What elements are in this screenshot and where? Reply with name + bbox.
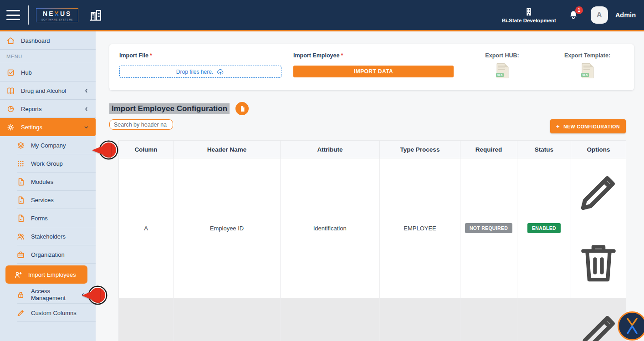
brand-x-letter: X [55, 10, 60, 17]
nexus-floating-button[interactable] [618, 311, 644, 341]
edit-button[interactable] [571, 158, 626, 227]
user-name: Admin [615, 11, 636, 19]
sidebar-item-label: Access Management [31, 288, 80, 301]
pie-chart-icon [6, 105, 15, 113]
sidebar-section-menu: MENU [0, 50, 96, 63]
sidebar-item-label: Work Group [31, 160, 63, 167]
check-square-icon [6, 68, 15, 77]
sidebar-item-forms[interactable]: Forms [0, 209, 96, 227]
pencil-icon [16, 309, 25, 317]
company-name: Bi-State Development [502, 18, 556, 23]
cell-header-name: First Name [174, 298, 281, 341]
column-header: Attribute [281, 141, 380, 158]
required-asterisk: * [150, 52, 152, 59]
delete-button[interactable] [571, 228, 626, 296]
page-icon [238, 105, 246, 113]
status-badge: ENABLED [527, 223, 561, 233]
sidebar-item-label: Stakeholders [31, 233, 66, 240]
nexus-x-icon [625, 317, 639, 335]
notification-count-badge: 1 [575, 6, 583, 14]
main-content: Import File* Drop files here. Import Emp… [96, 31, 644, 341]
sidebar: Dashboard MENU Hub Drug and Alcohol Repo… [0, 31, 96, 341]
sidebar-item-drug-and-alcohol[interactable]: Drug and Alcohol [0, 81, 96, 100]
table-row: A Employee ID identification EMPLOYEE NO… [119, 158, 626, 298]
required-badge: NOT REQUIRED [465, 223, 512, 233]
sidebar-item-label: Organization [31, 251, 65, 258]
user-plus-icon [14, 270, 22, 279]
export-hub-label: Export HUB: [485, 52, 519, 59]
cell-column: A [119, 158, 174, 298]
import-file-label: Import File [119, 52, 148, 59]
column-header: Type Process [380, 141, 460, 158]
svg-text:XLS: XLS [583, 74, 588, 76]
people-icon [16, 232, 25, 241]
sidebar-item-label: Dashboard [21, 37, 50, 44]
column-header: Column [119, 141, 174, 158]
cloud-upload-icon [216, 68, 225, 76]
sidebar-item-access-management[interactable]: Access Management [0, 285, 96, 304]
export-template-xls-icon[interactable]: XLS [580, 63, 594, 80]
chevron-left-icon [80, 292, 86, 298]
gear-icon [6, 123, 15, 132]
sidebar-item-label: Custom Columns [31, 310, 77, 316]
sidebar-item-import-employees[interactable]: Import Employees [5, 265, 87, 284]
lock-icon [16, 290, 25, 299]
plus-icon: + [556, 123, 560, 130]
sidebar-item-reports[interactable]: Reports [0, 100, 96, 118]
file-icon [16, 196, 25, 204]
layers-icon [16, 141, 25, 150]
file-dropzone[interactable]: Drop files here. [119, 66, 281, 78]
sidebar-item-label: Drug and Alcohol [21, 87, 66, 94]
table-row: B First Name name EMPLOYEE NOT REQUIRED … [119, 298, 626, 341]
sidebar-item-hub[interactable]: Hub [0, 63, 96, 81]
sidebar-item-label: Import Employees [28, 271, 76, 278]
cell-attribute: name [281, 298, 380, 341]
sidebar-item-my-company[interactable]: My Company [0, 136, 96, 154]
new-configuration-label: NEW CONFIGURATION [563, 124, 620, 129]
chevron-left-icon [83, 88, 89, 94]
brand-text: US [60, 10, 72, 17]
file-icon [16, 214, 25, 223]
copy-configuration-button[interactable] [235, 102, 249, 115]
configuration-table: Column Header Name Attribute Type Proces… [118, 140, 626, 341]
column-header: Status [517, 141, 571, 158]
hamburger-menu-icon[interactable] [6, 10, 20, 20]
sidebar-item-dashboard[interactable]: Dashboard [0, 31, 96, 50]
sidebar-item-work-group[interactable]: Work Group [0, 154, 96, 173]
sidebar-item-custom-columns[interactable]: Custom Columns [0, 304, 96, 322]
notifications-bell-icon[interactable]: 1 [568, 10, 579, 20]
sidebar-item-stakeholders[interactable]: Stakeholders [0, 227, 96, 245]
cell-type-process: EMPLOYEE [380, 298, 460, 341]
column-header: Required [460, 141, 517, 158]
export-hub-xls-icon[interactable]: XLS [495, 63, 509, 80]
cell-header-name: Employee ID [174, 158, 281, 298]
brand-text: NE [43, 10, 54, 17]
new-configuration-button[interactable]: + NEW CONFIGURATION [550, 119, 626, 133]
edit-button[interactable] [571, 298, 626, 341]
table-header-row: Column Header Name Attribute Type Proces… [119, 141, 626, 158]
column-header: Header Name [174, 141, 281, 158]
sidebar-item-label: Settings [21, 124, 42, 131]
chevron-down-icon [83, 124, 89, 130]
sidebar-item-label: Hub [21, 69, 32, 76]
import-data-button[interactable]: IMPORT DATA [293, 66, 454, 77]
sidebar-item-settings[interactable]: Settings [0, 118, 96, 136]
user-avatar[interactable]: A [591, 6, 608, 24]
page-title: Import Employee Configuration [109, 103, 230, 114]
buildings-icon [88, 8, 103, 22]
search-input[interactable] [109, 119, 173, 130]
sidebar-item-label: Forms [31, 215, 48, 222]
sidebar-item-organization[interactable]: Organization [0, 245, 96, 264]
column-header: Options [571, 141, 626, 158]
company-selector[interactable]: Bi-State Development [502, 7, 556, 23]
briefcase-icon [16, 250, 25, 259]
dropzone-text: Drop files here. [176, 69, 213, 75]
sidebar-item-label: Services [31, 197, 54, 204]
cell-type-process: EMPLOYEE [380, 158, 460, 298]
sidebar-item-services[interactable]: Services [0, 191, 96, 209]
chevron-left-icon [83, 106, 89, 112]
sidebar-item-label: Reports [21, 106, 42, 112]
required-asterisk: * [341, 52, 343, 59]
top-bar: NEXUS SOFTWARE SYSTEMS Bi-State Developm… [0, 0, 644, 31]
sidebar-item-modules[interactable]: Modules [0, 173, 96, 191]
